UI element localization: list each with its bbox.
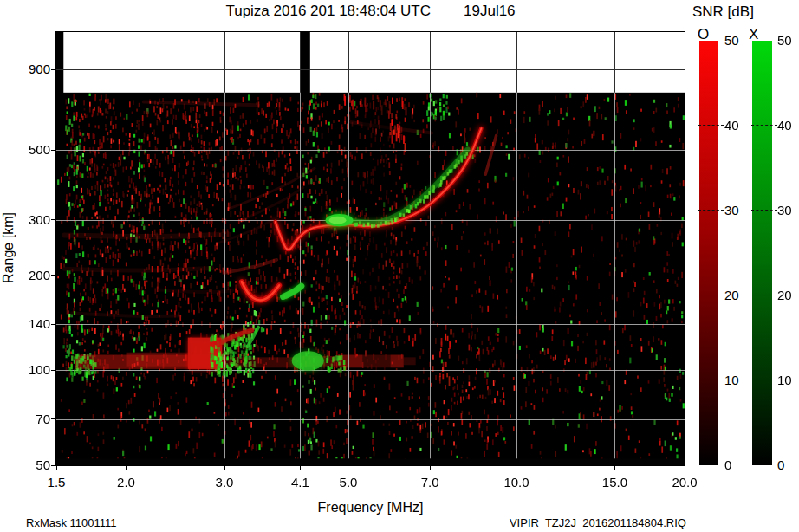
y-tick-mark (51, 219, 55, 220)
colorbar-title: SNR [dB] (692, 3, 754, 21)
o-colorbar-tick-label: 40 (724, 118, 739, 133)
y-tick-label: 100 (10, 362, 50, 378)
y-tick-mark (51, 370, 55, 371)
x-colorbar-tick-label: 0 (777, 457, 784, 473)
o-mode-colorbar (699, 41, 718, 465)
x-colorbar-tick-label: 30 (777, 203, 792, 218)
o-colorbar-tick-label: 0 (724, 457, 731, 473)
x-tick-mark (516, 466, 516, 470)
x-tick-label: 1.5 (36, 475, 77, 490)
y-tick-label: 500 (10, 142, 50, 158)
x-tick-label: 3.0 (204, 475, 245, 490)
y-tick-label: 140 (10, 316, 50, 332)
o-colorbar-tick-dash (698, 125, 724, 126)
y-tick-mark (51, 150, 55, 151)
y-tick-label: 300 (10, 212, 50, 228)
x-colorbar-tick-dash (751, 210, 777, 211)
rxmask-annotation: RxMask 11001111 (26, 516, 117, 529)
o-colorbar-tick-dash (698, 295, 724, 295)
y-tick-mark (51, 324, 55, 325)
x-tick-mark (300, 466, 301, 470)
x-mode-colorbar (752, 41, 772, 465)
x-axis-label: Frequency [MHz] (56, 500, 685, 516)
x-tick-label: 7.0 (409, 475, 451, 490)
y-tick-label: 200 (10, 268, 50, 283)
o-colorbar-tick-dash (698, 380, 724, 380)
y-tick-label: 900 (10, 62, 50, 77)
x-colorbar-tick-label: 50 (777, 33, 792, 49)
ionogram-page: Tupiza 2016 201 18:48:04 UTC19Jul16 Freq… (0, 0, 799, 532)
x-tick-label: 20.0 (664, 475, 705, 490)
o-colorbar-tick-dash (698, 210, 724, 211)
x-colorbar-tick-label: 40 (777, 118, 792, 133)
o-colorbar-tick-label: 20 (724, 288, 739, 303)
x-tick-label: 10.0 (496, 475, 537, 490)
x-colorbar-tick-dash (751, 380, 777, 380)
x-tick-label: 15.0 (594, 475, 635, 490)
x-colorbar-tick-dash (751, 295, 777, 295)
y-tick-mark (51, 69, 55, 70)
o-colorbar-tick-label: 50 (724, 33, 739, 49)
y-tick-mark (51, 418, 55, 419)
filename-annotation: VIPIR TZJ2J_2016201184804.RIQ (416, 516, 686, 529)
title-date: 19Jul16 (464, 3, 516, 19)
o-colorbar-tick-label: 10 (724, 373, 739, 388)
x-tick-label: 4.1 (279, 475, 321, 490)
title-station-time: Tupiza 2016 201 18:48:04 UTC (225, 3, 431, 19)
x-tick-label: 5.0 (328, 475, 369, 490)
x-colorbar-tick-label: 10 (777, 373, 792, 388)
x-colorbar-tick-dash (751, 125, 777, 126)
x-tick-mark (348, 466, 348, 470)
x-tick-mark (56, 466, 57, 470)
x-colorbar-tick-label: 20 (777, 288, 792, 303)
o-colorbar-tick-label: 30 (724, 203, 739, 218)
x-tick-mark (685, 466, 685, 470)
x-tick-mark (430, 466, 431, 470)
y-tick-label: 50 (10, 457, 50, 473)
x-tick-label: 2.0 (106, 475, 147, 490)
y-tick-mark (51, 465, 55, 466)
y-tick-mark (51, 275, 55, 276)
x-tick-mark (224, 466, 225, 470)
x-tick-mark (126, 466, 127, 470)
y-tick-label: 70 (10, 412, 50, 427)
plot-frame (55, 31, 685, 466)
plot-title: Tupiza 2016 201 18:48:04 UTC19Jul16 (56, 3, 685, 20)
x-tick-mark (614, 466, 615, 470)
